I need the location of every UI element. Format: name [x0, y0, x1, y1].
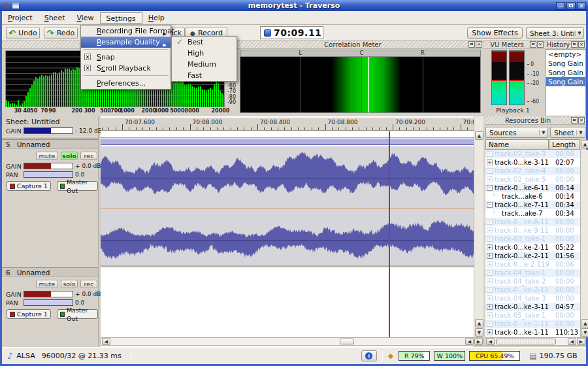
expander-icon[interactable]: +	[487, 295, 493, 301]
resource-row[interactable]: +track-02_take-500:00	[485, 175, 580, 184]
scroll-right-icon[interactable]: ▶	[577, 338, 585, 345]
menu-view[interactable]: View	[71, 12, 99, 24]
playhead[interactable]	[389, 131, 390, 337]
expander-icon[interactable]: +	[487, 329, 493, 335]
scroll-left-icon[interactable]: ◀	[568, 338, 576, 345]
resource-row[interactable]: −track-0...ke-6-1100:14	[485, 184, 580, 192]
expander-icon[interactable]: +	[487, 244, 493, 250]
input-bus-button[interactable]: Capture 1	[7, 181, 51, 191]
expander-icon[interactable]: −	[487, 185, 493, 191]
expander-icon[interactable]: +	[487, 261, 493, 267]
track-header[interactable]: 6Unnamed	[2, 267, 98, 277]
res-vscrollbar[interactable]: ▲ ▼	[580, 150, 588, 337]
resource-row[interactable]: +track-02_take-300:00	[485, 150, 580, 158]
expander-icon[interactable]: +	[487, 219, 493, 225]
sources-combo[interactable]: Sources ▼	[485, 127, 548, 138]
scroll-down-icon[interactable]: ▼	[475, 328, 483, 337]
edit-hscrollbar[interactable]: ◀ ◀ ▶	[101, 337, 483, 346]
expander-icon[interactable]: +	[487, 270, 493, 276]
scroll-down-icon[interactable]: ▼	[581, 328, 588, 337]
track-gain-slider[interactable]	[24, 291, 73, 297]
menu-item-fast[interactable]: Fast	[172, 70, 237, 81]
expander-icon[interactable]: +	[487, 287, 493, 293]
resource-row[interactable]: +track-04_take-200:00	[485, 277, 580, 286]
audio-clip[interactable]	[101, 146, 474, 265]
panel-float-icon[interactable]	[468, 41, 475, 48]
resource-row[interactable]: +track-02_take-400:00	[485, 167, 580, 175]
panel-close-icon[interactable]: ×	[578, 41, 585, 48]
track-gain-slider[interactable]	[24, 163, 73, 169]
menu-item-resample-quality[interactable]: Resample Quality▶	[81, 37, 171, 48]
expander-icon[interactable]: +	[487, 159, 493, 165]
pan-slider[interactable]	[24, 299, 73, 306]
scroll-up-icon[interactable]: ▲	[475, 319, 483, 327]
info-button[interactable]: i	[361, 350, 377, 361]
scroll-up-icon[interactable]: ▲	[475, 131, 483, 140]
output-bus-button[interactable]: Master Out	[57, 181, 98, 191]
resource-row[interactable]: +track-0...ke-9-1100:00	[485, 226, 580, 235]
redo-button[interactable]: ↷ Redo	[44, 27, 78, 39]
sheet-selector-combo[interactable]: Sheet 3: Untitled ▼	[526, 27, 584, 39]
res-sheet-combo[interactable]: Sheet 3 ▼	[550, 127, 585, 138]
scroll-left-icon[interactable]: ◀	[486, 338, 495, 345]
expander-icon[interactable]: +	[487, 176, 493, 182]
scroll-right-icon[interactable]: ▶	[474, 338, 483, 345]
panel-float-icon[interactable]	[571, 117, 578, 124]
menu-item-medium[interactable]: Medium	[172, 59, 237, 70]
menu-project[interactable]: Project	[2, 12, 39, 24]
resource-row[interactable]: +track-0...ke-3-1102:07	[485, 158, 580, 167]
undo-button[interactable]: ↶ Undo	[6, 27, 40, 39]
marker-strip[interactable]	[101, 131, 474, 138]
expander-icon[interactable]: +	[487, 151, 493, 157]
resource-row[interactable]: +track-0...ke-3-1104:57	[485, 303, 580, 311]
titlebar[interactable]: memorytest - Traverso − ×	[0, 0, 588, 11]
menu-help[interactable]: Help	[142, 12, 171, 24]
expander-icon[interactable]: +	[487, 168, 493, 174]
timeline-ruler[interactable]: 70:07.60070:08.00070:08.40070:08.80070:0…	[101, 118, 474, 131]
pan-slider[interactable]	[24, 171, 73, 178]
resource-row[interactable]: +track-0...ke-8-1100:00	[485, 218, 580, 226]
expander-icon[interactable]: +	[487, 304, 493, 310]
expander-icon[interactable]: +	[487, 321, 493, 327]
output-bus-button[interactable]: Master Out	[57, 309, 98, 319]
resource-row[interactable]: +track-04_take-300:00	[485, 294, 580, 303]
history-item[interactable]: Song Gain	[546, 68, 585, 77]
history-item[interactable]: Song Gain	[546, 77, 585, 86]
clip-title-band[interactable]	[101, 139, 474, 145]
solo-button[interactable]: solo	[61, 152, 78, 160]
resource-row[interactable]: └track...ake-700:34	[485, 209, 580, 218]
panel-float-icon[interactable]	[571, 41, 578, 48]
correlation-display[interactable]: LCR	[240, 50, 481, 113]
show-effects-button[interactable]: Show Effects	[467, 27, 523, 39]
expander-icon[interactable]: +	[487, 278, 493, 284]
edit-vscrollbar[interactable]: ▲ ▲ ▼	[474, 116, 483, 339]
scroll-left-icon[interactable]: ◀	[465, 338, 474, 345]
scrollbar-thumb[interactable]	[496, 339, 556, 344]
menu-item-preferences[interactable]: Preferences...	[81, 78, 171, 89]
gain-envelope-line[interactable]	[101, 208, 474, 208]
input-bus-button[interactable]: Capture 1	[7, 309, 51, 319]
menu-item-high[interactable]: High	[172, 48, 237, 59]
expander-icon[interactable]: +	[487, 253, 493, 259]
vu-source-label[interactable]: Playback 1	[484, 107, 542, 114]
menu-sheet[interactable]: Sheet	[39, 12, 71, 24]
empty-track-lane[interactable]	[101, 267, 474, 337]
rec-button[interactable]: rec	[80, 280, 97, 288]
scrollbar-thumb[interactable]	[340, 339, 354, 344]
panel-close-icon[interactable]: ×	[537, 41, 544, 48]
panel-float-icon[interactable]	[530, 41, 536, 48]
resource-row[interactable]: +track-0...ke-1-11110:13	[485, 328, 580, 337]
scroll-up-icon[interactable]: ▲	[581, 140, 588, 148]
resource-row[interactable]: +track-0...ke-1-1100:00	[485, 320, 580, 328]
mute-button[interactable]: mute	[36, 280, 58, 288]
mute-button[interactable]: mute	[36, 152, 58, 160]
history-item[interactable]: <empty>	[546, 50, 585, 59]
panel-close-icon[interactable]: ×	[476, 41, 482, 48]
bus-monitor-icon[interactable]: ◆	[388, 352, 393, 360]
sheet-gain-slider[interactable]	[24, 127, 73, 134]
edit-area[interactable]: 70:07.60070:08.00070:08.40070:08.80070:0…	[101, 116, 474, 347]
transport-time-display[interactable]: 70:09.11	[260, 26, 323, 39]
resource-row[interactable]: +track-04_take-100:00	[485, 269, 580, 277]
solo-button[interactable]: solo	[61, 280, 78, 288]
expander-icon[interactable]: +	[487, 236, 493, 242]
